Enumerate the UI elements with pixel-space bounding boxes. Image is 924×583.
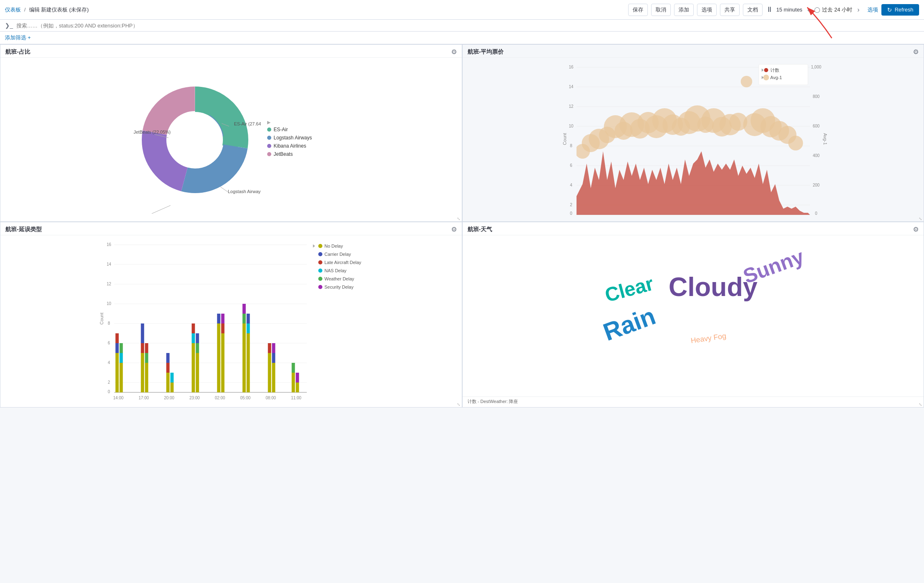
panel-title-weather: 航班-天气	[468, 226, 493, 233]
svg-point-76	[763, 75, 769, 80]
svg-text:4: 4	[570, 183, 572, 187]
svg-rect-140	[296, 383, 299, 392]
panel-gear-delay[interactable]: ⚙	[451, 225, 457, 233]
time-interval-selector[interactable]: 15 minutes	[776, 7, 803, 13]
svg-rect-120	[196, 343, 199, 353]
svg-rect-141	[296, 373, 299, 383]
legend-label-logstash: Logstash Airways	[274, 135, 312, 141]
svg-rect-139	[292, 363, 295, 373]
svg-text:800: 800	[813, 94, 820, 99]
avgprice-chart-svg: 16 14 12 10 8 6 4 2 0 Count 1,000 800 60…	[466, 61, 921, 217]
svg-rect-133	[268, 353, 271, 392]
svg-point-160	[318, 277, 322, 281]
legend-dot-logstash	[267, 136, 271, 140]
svg-text:12: 12	[107, 282, 111, 286]
legend-item-esair: ES-Air	[267, 127, 333, 132]
panel-gear-avgprice[interactable]: ⚙	[913, 48, 919, 56]
time-prev-button[interactable]: ‹	[806, 5, 811, 15]
donut-label-esair: ES-Air (27.64%)	[234, 121, 261, 126]
options-link[interactable]: 选项	[867, 6, 878, 14]
svg-rect-124	[221, 333, 225, 392]
svg-text:12: 12	[569, 104, 574, 109]
panel-body-weather: Clear Cloudy Sunny Rain Heavy Fog	[463, 235, 924, 396]
breadcrumb-root[interactable]: 仪表板	[5, 6, 21, 14]
resize-handle-delay[interactable]: ⤡	[457, 402, 461, 406]
svg-text:NAS Delay: NAS Delay	[325, 268, 347, 273]
legend-label-kibana: Kibana Airlines	[274, 143, 306, 149]
legend-dot-jetbeats	[267, 152, 271, 156]
resize-handle-donut[interactable]: ⤡	[457, 216, 461, 221]
panel-delay-type: 航班-延误类型 ⚙ 16 14 12 10 8 6 4 2 0 Count	[0, 222, 462, 408]
svg-text:16: 16	[107, 242, 111, 247]
svg-rect-137	[272, 343, 275, 353]
donut-label-logstash: Logstash Airways (26.71%)	[228, 189, 261, 194]
cancel-button[interactable]: 取消	[651, 4, 671, 16]
svg-rect-119	[196, 353, 199, 392]
svg-text:23:00: 23:00	[189, 396, 200, 400]
filter-bar: 添加筛选 +	[0, 32, 924, 44]
svg-line-8	[150, 205, 170, 214]
svg-text:02:00: 02:00	[215, 396, 225, 400]
svg-rect-99	[116, 353, 119, 392]
svg-rect-127	[243, 323, 246, 392]
svg-text:6: 6	[108, 341, 110, 345]
svg-text:4: 4	[108, 360, 110, 365]
svg-rect-138	[292, 373, 295, 392]
svg-text:05:00: 05:00	[240, 396, 250, 400]
pause-icon[interactable]: ⏸	[766, 5, 773, 14]
svg-rect-116	[192, 343, 195, 392]
svg-point-74	[764, 68, 768, 72]
panel-flight-share: 航班-占比 ⚙	[0, 44, 462, 222]
svg-rect-104	[120, 343, 123, 353]
svg-text:8: 8	[570, 143, 572, 148]
svg-text:14: 14	[569, 84, 574, 89]
svg-text:17:00: 17:00	[138, 396, 149, 400]
svg-rect-115	[170, 373, 174, 383]
panel-body-donut: ES-Air (27.64%) Logstash Airways (26.71%…	[0, 58, 462, 221]
svg-rect-131	[247, 323, 250, 333]
svg-rect-136	[272, 353, 275, 363]
panel-body-delay: 16 14 12 10 8 6 4 2 0 Count	[0, 235, 462, 407]
breadcrumb-separator: /	[24, 7, 26, 13]
add-button[interactable]: 添加	[674, 4, 694, 16]
svg-rect-123	[217, 314, 220, 323]
time-range-label: 过去 24 小时	[822, 6, 852, 14]
svg-rect-108	[145, 363, 148, 392]
svg-rect-114	[170, 383, 174, 392]
wc-clear: Clear	[602, 272, 656, 306]
svg-rect-121	[196, 333, 199, 343]
svg-rect-107	[141, 323, 144, 343]
svg-rect-132	[247, 314, 250, 323]
wc-sunny: Sunny	[740, 245, 807, 288]
panel-gear-weather[interactable]: ⚙	[913, 225, 919, 233]
share-button[interactable]: 共享	[720, 4, 740, 16]
svg-marker-151	[313, 244, 315, 248]
panel-gear-donut[interactable]: ⚙	[451, 48, 457, 56]
svg-text:16: 16	[569, 65, 574, 69]
options-button[interactable]: 选项	[697, 4, 717, 16]
resize-handle-avgprice[interactable]: ⤡	[919, 216, 923, 221]
save-button[interactable]: 保存	[628, 4, 648, 16]
svg-text:0: 0	[570, 211, 572, 216]
svg-rect-118	[192, 323, 195, 333]
add-filter-button[interactable]: 添加筛选 +	[5, 34, 919, 41]
delay-chart-svg: 16 14 12 10 8 6 4 2 0 Count	[4, 239, 459, 403]
legend-label-esair: ES-Air	[274, 127, 288, 132]
svg-text:14: 14	[107, 262, 111, 266]
time-next-button[interactable]: ›	[856, 5, 861, 15]
search-input[interactable]	[16, 23, 180, 29]
svg-rect-117	[192, 333, 195, 343]
svg-text:Count: Count	[562, 133, 567, 145]
time-range-display: ◯ 过去 24 小时	[814, 6, 852, 14]
donut-chart-svg: ES-Air (27.64%) Logstash Airways (26.71%…	[129, 66, 261, 214]
svg-rect-129	[243, 304, 246, 314]
svg-rect-130	[247, 333, 250, 392]
resize-handle-weather[interactable]: ⤡	[919, 402, 923, 406]
breadcrumb-current: 编辑 新建仪表板 (未保存)	[29, 6, 89, 14]
panel-title-donut: 航班-占比	[5, 48, 30, 56]
svg-text:Weather Delay: Weather Delay	[325, 276, 354, 281]
panel-title-delay: 航班-延误类型	[5, 226, 42, 233]
refresh-button[interactable]: ↻ Refresh	[881, 4, 919, 16]
docs-button[interactable]: 文档	[743, 4, 763, 16]
weather-wordcloud-svg: Clear Cloudy Sunny Rain Heavy Fog	[466, 239, 921, 378]
